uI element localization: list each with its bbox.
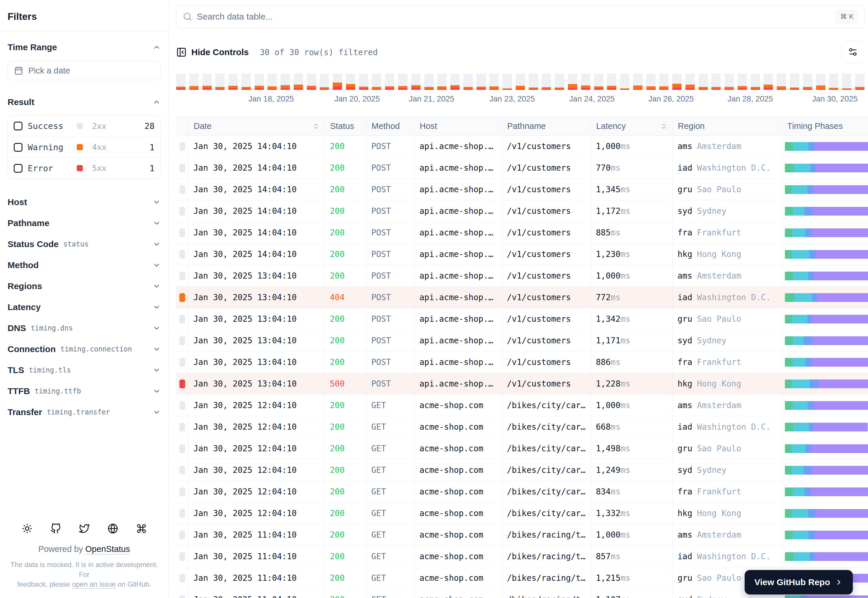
histogram-bar[interactable] [672,73,681,90]
result-option-warning[interactable]: Warning4xx1 [8,136,160,157]
histogram-bar[interactable] [607,73,616,90]
sidebar-item-status-code[interactable]: Status Codestatus [7,234,161,255]
table-row[interactable]: Jan 30, 2025 11:04:10200GETacme-shop.com… [176,546,868,567]
time-range-header[interactable]: Time Range [7,42,161,52]
histogram-bar[interactable] [855,73,865,90]
histogram-bar[interactable] [725,73,734,90]
histogram-bar[interactable] [568,73,577,90]
histogram-bar[interactable] [437,73,447,90]
histogram-bar[interactable] [424,73,434,90]
command-menu-button[interactable] [136,523,147,534]
view-github-repo-button[interactable]: View GitHub Repo [745,570,853,595]
histogram-bar[interactable] [267,73,277,90]
histogram-bar[interactable] [515,73,525,90]
histogram-bar[interactable] [489,73,499,90]
result-header[interactable]: Result [7,97,161,107]
histogram-bar[interactable] [529,73,538,90]
histogram-bar[interactable] [372,73,381,90]
result-option-error[interactable]: Error5xx1 [8,157,160,178]
table-row[interactable]: Jan 30, 2025 12:04:10200GETacme-shop.com… [176,459,868,481]
column-header-date[interactable]: Date [188,117,325,135]
sidebar-item-ttfb[interactable]: TTFBtiming.ttfb [7,381,161,402]
table-row[interactable]: Jan 30, 2025 14:04:10200POSTapi.acme-sho… [176,222,868,244]
sidebar-item-method[interactable]: Method [7,255,161,276]
website-link-button[interactable] [108,523,118,534]
histogram-bar[interactable] [385,73,394,90]
table-row[interactable]: Jan 30, 2025 14:04:10200POSTapi.acme-sho… [176,179,868,200]
table-row[interactable]: Jan 30, 2025 12:04:10200GETacme-shop.com… [176,395,868,416]
checkbox[interactable] [14,164,22,173]
table-row[interactable]: Jan 30, 2025 12:04:10200GETacme-shop.com… [176,438,868,459]
histogram-bar[interactable] [699,73,708,90]
sidebar-item-tls[interactable]: TLStiming.tls [7,360,161,381]
histogram-bar[interactable] [229,73,238,90]
search-input[interactable] [197,12,831,22]
table-row[interactable]: Jan 30, 2025 13:04:10404POSTapi.acme-sho… [176,287,868,308]
histogram-bar[interactable] [620,73,629,90]
histogram-bar[interactable] [398,73,408,90]
histogram-bar[interactable] [751,73,760,90]
histogram-bar[interactable] [816,73,825,90]
histogram-bar[interactable] [242,73,251,90]
histogram-bar[interactable] [790,73,799,90]
histogram-bar[interactable] [542,73,551,90]
histogram-bar[interactable] [307,73,316,90]
histogram-bar[interactable] [686,73,695,90]
table-row[interactable]: Jan 30, 2025 14:04:10200POSTapi.acme-sho… [176,157,868,179]
histogram-bar[interactable] [633,73,642,90]
sidebar-item-regions[interactable]: Regions [7,276,161,297]
histogram-bar[interactable] [502,73,512,90]
table-row[interactable]: Jan 30, 2025 13:04:10500POSTapi.acme-sho… [176,373,868,395]
histogram-bar[interactable] [777,73,786,90]
table-row[interactable]: Jan 30, 2025 12:04:10200GETacme-shop.com… [176,481,868,502]
histogram-bar[interactable] [294,73,303,90]
table-row[interactable]: Jan 30, 2025 13:04:10200POSTapi.acme-sho… [176,265,868,287]
table-row[interactable]: Jan 30, 2025 14:04:10200POSTapi.acme-sho… [176,244,868,265]
sidebar-item-pathname[interactable]: Pathname [7,213,161,234]
histogram-bar[interactable] [763,73,773,90]
histogram-bar[interactable] [281,73,290,90]
table-row[interactable]: Jan 30, 2025 13:04:10200POSTapi.acme-sho… [176,330,868,351]
histogram-bar[interactable] [659,73,668,90]
sidebar-item-host[interactable]: Host [7,191,161,213]
hide-controls-button[interactable]: Hide Controls [176,47,249,57]
table-row[interactable]: Jan 30, 2025 13:04:10200POSTapi.acme-sho… [176,351,868,373]
histogram-bar[interactable] [255,73,264,90]
histogram-bar[interactable] [176,73,185,90]
histogram-bar[interactable] [346,73,355,90]
github-link-button[interactable] [51,523,61,534]
theme-toggle-button[interactable] [22,523,32,534]
histogram-bar[interactable] [738,73,747,90]
table-row[interactable]: Jan 30, 2025 13:04:10200POSTapi.acme-sho… [176,308,868,330]
histogram-bar[interactable] [333,73,342,90]
histogram-bar[interactable] [215,73,224,90]
table-row[interactable]: Jan 30, 2025 12:04:10200GETacme-shop.com… [176,416,868,438]
checkbox[interactable] [14,122,22,130]
histogram-bar[interactable] [555,73,564,90]
histogram-bar[interactable] [463,73,473,90]
histogram-bar[interactable] [359,73,368,90]
open-issue-link[interactable]: open an issue [72,580,115,588]
sidebar-item-dns[interactable]: DNStiming.dns [7,318,161,339]
histogram-bar[interactable] [477,73,486,90]
sidebar-item-connection[interactable]: Connectiontiming.connection [7,339,161,360]
table-row[interactable]: Jan 30, 2025 11:04:10200GETacme-shop.com… [176,524,868,546]
histogram-bar[interactable] [581,73,590,90]
histogram-bar[interactable] [411,73,421,90]
histogram-bar[interactable] [320,73,329,90]
histogram-bar[interactable] [829,73,838,90]
table-row[interactable]: Jan 30, 2025 14:04:10200POSTapi.acme-sho… [176,136,868,157]
date-picker-button[interactable]: Pick a date [7,61,161,80]
sidebar-item-transfer[interactable]: Transfertiming.transfer [7,402,161,423]
histogram-bar[interactable] [202,73,212,90]
histogram-bar[interactable] [711,73,721,90]
result-option-success[interactable]: Success2xx28 [8,115,160,136]
histogram-bar[interactable] [803,73,812,90]
table-settings-button[interactable] [842,41,864,63]
histogram-bar[interactable] [646,73,656,90]
table-row[interactable]: Jan 30, 2025 12:04:10200GETacme-shop.com… [176,502,868,524]
histogram-bar[interactable] [450,73,460,90]
column-header-latency[interactable]: Latency [591,117,672,135]
histogram-bar[interactable] [842,73,852,90]
histogram-bars[interactable] [176,73,865,90]
